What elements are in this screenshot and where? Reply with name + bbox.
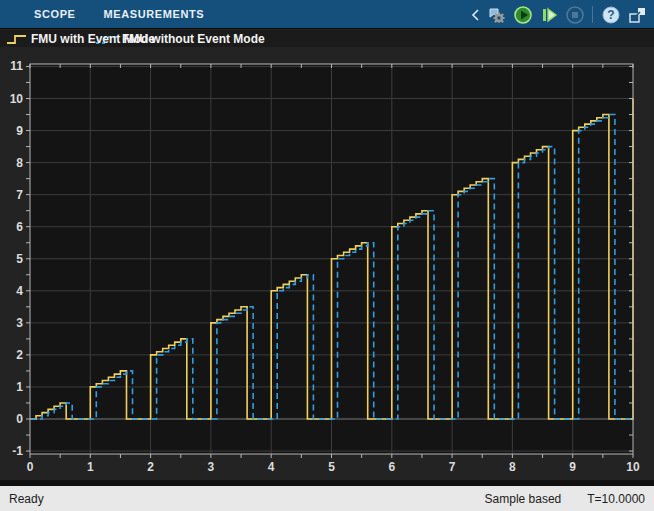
chevron-left-icon [470, 8, 480, 22]
status-sample-mode: Sample based [485, 492, 562, 506]
status-ready: Ready [9, 492, 44, 506]
y-tick-label: 2 [16, 348, 23, 362]
tab-scope[interactable]: SCOPE [20, 0, 90, 28]
toolstrip-buttons: ? [468, 0, 648, 29]
x-tick-label: 7 [449, 460, 456, 474]
y-tick-label: 3 [16, 316, 23, 330]
y-tick-label: 6 [16, 220, 23, 234]
x-tick-label: 9 [569, 460, 576, 474]
y-tick-label: 9 [16, 124, 23, 138]
tab-measurements[interactable]: MEASUREMENTS [90, 0, 219, 28]
x-tick-label: 10 [626, 460, 640, 474]
run-icon [513, 5, 533, 25]
help-icon: ? [601, 5, 621, 25]
scope-window: SCOPE MEASUREMENTS [0, 0, 654, 511]
y-tick-label: 8 [16, 156, 23, 170]
settings-gear-icon [487, 5, 507, 25]
y-tick-label: 7 [16, 188, 23, 202]
y-tick-label: 11 [10, 59, 23, 73]
pop-out-icon [627, 5, 647, 25]
legend-label: FMU with Event Mode [31, 32, 155, 46]
legend-bar: FMU without Event Mode FMU with Event Mo… [0, 30, 654, 47]
y-tick-label: 0 [16, 412, 23, 426]
run-button[interactable] [511, 3, 534, 26]
status-sim-time: T=10.0000 [587, 492, 645, 506]
x-tick-label: 3 [208, 460, 215, 474]
svg-text:?: ? [607, 8, 614, 22]
plot-canvas[interactable]: 012345678910-101234567891011 [0, 47, 654, 480]
x-tick-label: 5 [328, 460, 335, 474]
x-tick-label: 1 [87, 460, 94, 474]
x-tick-label: 4 [268, 460, 275, 474]
pop-out-button[interactable] [625, 3, 648, 26]
x-tick-label: 0 [27, 460, 34, 474]
legend-line-solid-icon [6, 32, 28, 46]
y-tick-label: 5 [16, 252, 23, 266]
toolbar-divider [592, 6, 593, 23]
status-bar: Ready Sample based T=10.0000 [0, 486, 654, 511]
y-tick-label: 4 [16, 284, 23, 298]
y-tick-label: -1 [12, 444, 23, 458]
toolstrip: SCOPE MEASUREMENTS [0, 0, 654, 29]
step-forward-button[interactable] [537, 3, 560, 26]
simulation-settings-button[interactable] [485, 3, 508, 26]
x-tick-label: 2 [147, 460, 154, 474]
step-forward-icon [539, 5, 559, 25]
y-tick-label: 10 [10, 92, 24, 106]
legend-item-fmu-with-event-mode[interactable]: FMU with Event Mode [6, 30, 155, 47]
x-tick-label: 8 [509, 460, 516, 474]
x-tick-label: 6 [388, 460, 395, 474]
plot-panel: 012345678910-101234567891011 [0, 47, 654, 480]
stop-icon [565, 5, 585, 25]
y-tick-label: 1 [16, 380, 23, 394]
help-button[interactable]: ? [599, 3, 622, 26]
collapse-toolstrip-button[interactable] [468, 3, 482, 26]
toolstrip-tabs: SCOPE MEASUREMENTS [0, 0, 218, 28]
stop-button[interactable] [563, 3, 586, 26]
